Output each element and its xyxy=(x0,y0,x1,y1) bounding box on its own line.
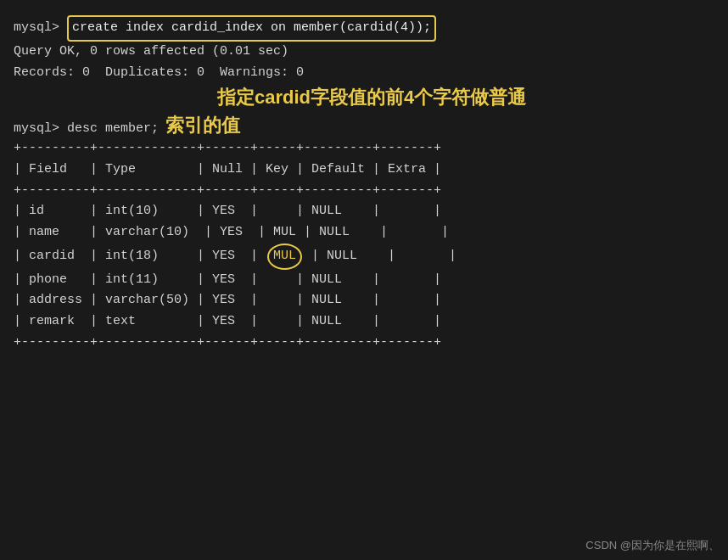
desc-command-text: mysql> desc member; xyxy=(14,121,159,136)
query-ok-line: Query OK, 0 rows affected (0.01 sec) xyxy=(14,42,714,63)
annotation-block-1: 指定cardid字段值的前4个字符做普通 xyxy=(14,85,714,111)
prompt: mysql> xyxy=(14,18,59,39)
command-line: mysql> create index cardid_index on memb… xyxy=(14,15,714,42)
table-row-remark: | remark | text | YES | | NULL | | xyxy=(14,311,714,333)
records-text: Records: 0 Duplicates: 0 Warnings: 0 xyxy=(14,63,304,84)
table-header: | Field | Type | Null | Key | Default | … xyxy=(14,160,714,181)
annotation-text-2: 索引的值 xyxy=(165,113,240,138)
table-row-address: | address | varchar(50) | YES | | NULL |… xyxy=(14,290,714,311)
table-row-name: | name | varchar(10) | YES | MUL | NULL … xyxy=(14,222,714,244)
records-line: Records: 0 Duplicates: 0 Warnings: 0 xyxy=(14,63,714,84)
mul-badge-cardid: MUL xyxy=(267,244,302,270)
separator-top: +---------+-------------+------+-----+--… xyxy=(14,138,714,160)
separator-bottom: +---------+-------------+------+-----+--… xyxy=(14,333,714,354)
annotation-text-1: 指定cardid字段值的前4个字符做普通 xyxy=(217,85,526,111)
desc-line: mysql> desc member; 索引的值 xyxy=(14,113,714,138)
watermark: CSDN @因为你是在熙啊、 xyxy=(585,538,720,553)
separator-header: +---------+-------------+------+-----+--… xyxy=(14,181,714,202)
table-row-id: | id | int(10) | YES | | NULL | | xyxy=(14,201,714,222)
table-row-cardid: | cardid | int(18) | YES | MUL | NULL | … xyxy=(14,244,714,270)
table-row-phone: | phone | int(11) | YES | | NULL | | xyxy=(14,270,714,291)
command-text: create index cardid_index on member(card… xyxy=(67,15,436,42)
query-ok-text: Query OK, 0 rows affected (0.01 sec) xyxy=(14,42,288,63)
terminal: mysql> create index cardid_index on memb… xyxy=(0,0,728,560)
